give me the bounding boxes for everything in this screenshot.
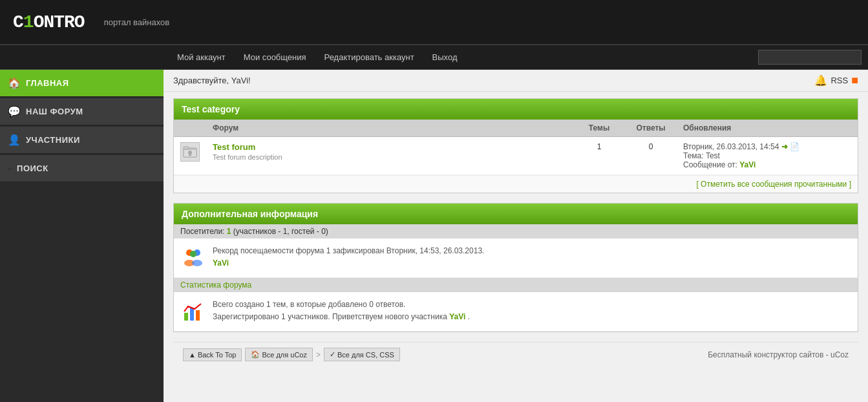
sidebar-home-label: ГЛАВНАЯ xyxy=(26,78,69,88)
all-ucoz-link[interactable]: 🏠 Все для uCoz xyxy=(245,348,313,361)
table-row: Test forum Test forum description 1 0 Вт… xyxy=(174,137,858,175)
stats-icon-box xyxy=(180,299,206,324)
record-user-link[interactable]: YaVi xyxy=(213,259,229,268)
sidebar-item-home[interactable]: 🏠 ГЛАВНАЯ xyxy=(0,70,164,97)
update-date: Вторник, 26.03.2013, 14:54 xyxy=(683,142,779,151)
update-arrow-icon: ➜ xyxy=(781,142,788,151)
navbar: Мой аккаунт Мои сообщения Редактировать … xyxy=(0,45,868,70)
notification-icon: 🔔 xyxy=(814,74,827,87)
back-to-top-label: Back To Top xyxy=(198,351,237,359)
home-icon: 🏠 xyxy=(8,77,21,89)
category-block: Test category Форум Темы Ответы Обновлен… xyxy=(173,98,858,193)
logo-ontro: ONTRO xyxy=(34,12,85,32)
logo-c1: C xyxy=(13,12,23,32)
forum-description: Test forum description xyxy=(213,153,567,161)
greeting-text: Здравствуйте, YaVi! xyxy=(173,76,251,85)
stats-line2: Зарегистрировано 1 участников. Приветств… xyxy=(213,312,447,321)
footer: ▲ Back To Top 🏠 Все для uCoz > ✓ Все для… xyxy=(173,342,858,366)
col-forum: Форум xyxy=(206,120,573,137)
update-user-link[interactable]: YaVi xyxy=(739,160,756,169)
additional-info-block: Дополнительная информация Посетители: 1 … xyxy=(173,203,858,332)
nav-my-account[interactable]: Мой аккаунт xyxy=(168,45,235,70)
svg-point-9 xyxy=(192,260,202,266)
table-header-row: Форум Темы Ответы Обновления xyxy=(174,120,858,137)
col-topics: Темы xyxy=(573,120,625,137)
forum-updates-cell: Вторник, 26.03.2013, 14:54 ➜ 📄 Тема: Tes… xyxy=(677,137,858,175)
mark-read-link[interactable]: [ Отметить все сообщения прочитанными ] xyxy=(696,180,851,189)
stats-period: . xyxy=(468,312,470,321)
greeting-bar: Здравствуйте, YaVi! 🔔 RSS ■ xyxy=(164,70,868,92)
record-text-static: Рекорд посещаемости форума 1 зафиксирова… xyxy=(213,246,484,255)
sidebar-item-search[interactable]: ● ПОИСК xyxy=(0,155,164,182)
sidebar-members-label: УЧАСТНИКИ xyxy=(26,135,80,145)
ucoz-label: Бесплатный конструктор сайтов - uCoz xyxy=(708,350,849,359)
mark-read-bar: [ Отметить все сообщения прочитанными ] xyxy=(174,175,858,193)
svg-rect-10 xyxy=(184,313,188,321)
search-icon: ● xyxy=(8,165,12,172)
svg-rect-2 xyxy=(184,147,189,149)
css-icon: ✓ xyxy=(330,350,335,359)
stats-row: Всего создано 1 тем, в которые добавлено… xyxy=(174,292,858,332)
forum-folder-icon xyxy=(180,142,200,162)
rss-feed-icon[interactable]: ■ xyxy=(851,74,858,87)
forum-name-link[interactable]: Test forum xyxy=(213,142,255,152)
sidebar-item-forum[interactable]: 💬 НАШ ФОРУМ xyxy=(0,98,164,125)
stats-text: Всего создано 1 тем, в которые добавлено… xyxy=(213,299,470,323)
main-content: Здравствуйте, YaVi! 🔔 RSS ■ Test categor… xyxy=(164,70,868,402)
rss-label: RSS xyxy=(831,76,848,85)
update-topic: Test xyxy=(706,151,720,160)
back-to-top-link[interactable]: ▲ Back To Top xyxy=(183,348,242,361)
record-icon-box xyxy=(180,245,206,271)
forum-replies-count: 0 xyxy=(625,137,677,175)
rss-area: 🔔 RSS ■ xyxy=(814,74,858,87)
info-header: Дополнительная информация xyxy=(174,204,858,224)
update-page-icon: 📄 xyxy=(790,142,799,151)
category-table: Форум Темы Ответы Обновления xyxy=(174,120,858,175)
all-css-link[interactable]: ✓ Все для CS, CSS xyxy=(324,348,400,361)
record-text: Рекорд посещаемости форума 1 зафиксирова… xyxy=(213,245,484,270)
members-icon: 👤 xyxy=(8,134,21,146)
visitors-detail: (участников - 1, гостей - 0) xyxy=(231,227,328,236)
sidebar-item-members[interactable]: 👤 УЧАСТНИКИ xyxy=(0,127,164,154)
forum-icon: 💬 xyxy=(8,105,21,118)
nav-edit-account[interactable]: Редактировать аккаунт xyxy=(315,45,423,70)
record-row: Рекорд посещаемости форума 1 зафиксирова… xyxy=(174,238,858,278)
up-arrow-icon: ▲ xyxy=(189,351,196,359)
nav-links: Мой аккаунт Мои сообщения Редактировать … xyxy=(0,45,868,70)
nav-logout[interactable]: Выход xyxy=(423,45,467,70)
site-subtitle: портал вайнахов xyxy=(104,17,170,27)
logo: C1ONTRO xyxy=(13,12,85,32)
footer-separator: > xyxy=(316,350,321,359)
all-ucoz-label: Все для uCoz xyxy=(262,351,307,359)
footer-links: ▲ Back To Top 🏠 Все для uCoz > ✓ Все для… xyxy=(183,348,400,361)
col-replies: Ответы xyxy=(625,120,677,137)
sidebar-search-label: ПОИСК xyxy=(17,164,48,173)
stats-line1: Всего создано 1 тем, в которые добавлено… xyxy=(213,300,405,309)
sidebar-forum-label: НАШ ФОРУМ xyxy=(26,107,83,116)
visitors-text-static: Посетители: xyxy=(180,227,227,236)
visitors-bar: Посетители: 1 (участников - 1, гостей - … xyxy=(174,224,858,238)
category-header: Test category xyxy=(174,99,858,120)
svg-rect-11 xyxy=(190,308,194,321)
stats-label-link[interactable]: Статистика форума xyxy=(180,280,251,290)
logo-1: 1 xyxy=(23,12,34,32)
update-topic-label: Тема: xyxy=(683,151,706,160)
col-updates: Обновления xyxy=(677,120,858,137)
stats-user-link[interactable]: YaVi xyxy=(449,312,465,321)
stats-label-bar: Статистика форума xyxy=(174,278,858,292)
layout: 🏠 ГЛАВНАЯ 💬 НАШ ФОРУМ 👤 УЧАСТНИКИ ● ПОИС… xyxy=(0,70,868,402)
forum-name-cell: Test forum Test forum description xyxy=(206,137,573,175)
svg-point-7 xyxy=(190,251,196,257)
forum-topics-count: 1 xyxy=(573,137,625,175)
all-css-label: Все для CS, CSS xyxy=(337,351,394,359)
people-icon xyxy=(182,246,205,270)
search-input[interactable] xyxy=(758,50,862,65)
sidebar: 🏠 ГЛАВНАЯ 💬 НАШ ФОРУМ 👤 УЧАСТНИКИ ● ПОИС… xyxy=(0,70,164,402)
folder-svg xyxy=(183,145,197,159)
svg-rect-4 xyxy=(189,154,191,156)
nav-my-messages[interactable]: Мои сообщения xyxy=(235,45,315,70)
chart-icon xyxy=(182,300,205,323)
update-user-label: Сообщение от: xyxy=(683,160,739,169)
house-icon: 🏠 xyxy=(251,350,260,359)
col-icon xyxy=(174,120,206,137)
